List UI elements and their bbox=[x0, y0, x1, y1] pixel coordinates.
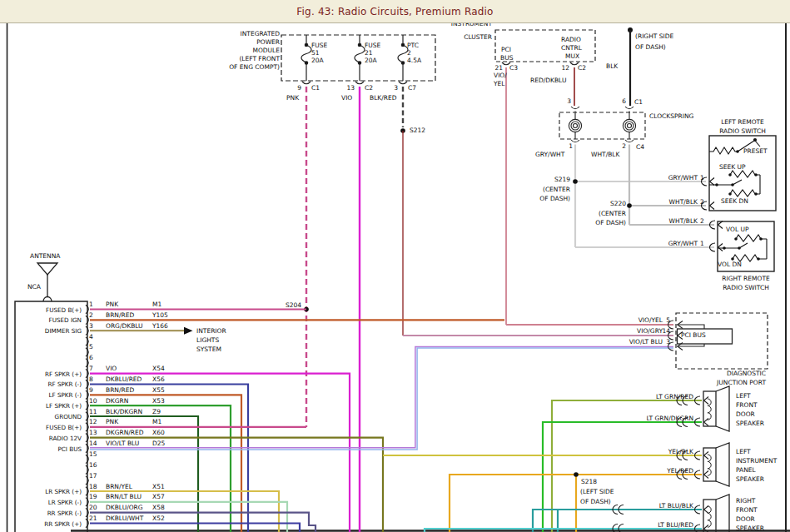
blk-wire-label: BLK bbox=[606, 62, 618, 70]
clockspring-top-pin1: 3 bbox=[561, 97, 571, 105]
lsw-wire1-label: GRY/WHT bbox=[648, 174, 698, 181]
radio-row-label-18: LR SPKR (+) bbox=[12, 488, 82, 495]
radio-row-code-3: Y166 bbox=[152, 322, 168, 330]
radio-pin-number-18: 18 bbox=[89, 483, 97, 490]
radio-row-code-10: X53 bbox=[152, 397, 165, 405]
port-wire3-label: VIO/LT BLU bbox=[614, 338, 663, 346]
clockspring-label: CLOCKSPRING bbox=[649, 112, 693, 120]
rf-door-name4: SPEAKER bbox=[736, 525, 764, 532]
fuse3-amp: 4.5A bbox=[407, 57, 421, 64]
lsw-pin2: 2 bbox=[700, 198, 704, 206]
l-instr-name4: SPEAKER bbox=[736, 475, 764, 483]
rsw-wire1-label: WHT/BLK bbox=[648, 217, 698, 225]
clockspring-wire1: GRY/WHT bbox=[535, 151, 564, 158]
cluster-wire1-line2: YEL bbox=[494, 80, 505, 87]
radio-row-wire-2: BRN/RED bbox=[106, 311, 134, 319]
interior-lights-line3: SYSTEM bbox=[196, 346, 221, 353]
radio-row-code-19: X57 bbox=[152, 493, 165, 500]
antenna-symbol bbox=[37, 263, 57, 301]
radio-row-label-21: RR SPKR (+) bbox=[12, 520, 82, 528]
ipm-label-line4: (LEFT FRONT bbox=[200, 55, 280, 62]
port-pin1: 5 bbox=[662, 316, 670, 324]
ipm-pin2: 13 bbox=[340, 84, 355, 92]
right-switch-title1: RIGHT REMOTE bbox=[711, 275, 781, 282]
ipm-conn1: C1 bbox=[311, 84, 320, 92]
right-switch-title2: RADIO SWITCH bbox=[711, 284, 781, 291]
cluster-mux-line3: MUX bbox=[565, 52, 579, 60]
radio-pin-number-5: 5 bbox=[89, 343, 93, 351]
radio-row-code-20: X58 bbox=[152, 504, 165, 511]
clockspring-top-conn: C1 bbox=[634, 98, 643, 106]
radio-pin-number-2: 2 bbox=[89, 311, 93, 319]
splice-s220-dot bbox=[627, 203, 632, 208]
radio-row-wire-20: DKBLU/ORG bbox=[106, 504, 143, 511]
clockspring-top-pin2: 6 bbox=[616, 97, 626, 105]
lf-door-name2: FRONT bbox=[736, 401, 758, 409]
port-pin2: 14 bbox=[658, 327, 670, 335]
fuse2-name: FUSE bbox=[365, 42, 380, 49]
radio-row-code-1: M1 bbox=[152, 301, 161, 308]
radio-row-wire-11: BLK/DKGRN bbox=[106, 408, 142, 415]
rf-door-name2: FRONT bbox=[736, 506, 758, 514]
ground-loc-line2: OF DASH) bbox=[635, 43, 666, 51]
radio-row-label-9: LF SPKR (-) bbox=[12, 391, 82, 399]
cluster-wire1-line1: VIO/ bbox=[494, 72, 507, 79]
lf-door-speaker-symbol bbox=[695, 386, 730, 431]
radio-row-label-8: RF SPKR (-) bbox=[12, 380, 82, 388]
interior-lights-line1: INTERIOR bbox=[196, 327, 226, 335]
radio-row-code-7: X54 bbox=[152, 365, 165, 372]
radio-pin-number-16: 16 bbox=[89, 461, 97, 469]
radio-row-wire-13: DKGRN/RED bbox=[106, 429, 144, 436]
splice-s218-loc1: (LEFT SIDE bbox=[580, 488, 614, 495]
l-instr-name1: LEFT bbox=[736, 448, 751, 455]
seek-up-label: SEEK UP bbox=[719, 163, 746, 171]
radio-pin-number-10: 10 bbox=[89, 397, 97, 405]
fuse2-num: 21 bbox=[365, 49, 373, 57]
radio-pin-number-14: 14 bbox=[89, 440, 97, 447]
cluster-mux-line2: CNTRL bbox=[561, 44, 582, 52]
radio-pin-number-15: 15 bbox=[89, 450, 97, 458]
cluster-conn2: C2 bbox=[578, 64, 586, 72]
radio-row-wire-21: DKBLU/WHT bbox=[106, 515, 143, 522]
splice-s220-loc2: OF DASH) bbox=[576, 219, 626, 226]
left-switch-title1: LEFT REMOTE bbox=[708, 118, 778, 126]
clockspring-box bbox=[559, 107, 645, 142]
cluster-pin1: 21 bbox=[489, 64, 503, 72]
port-pin3: 3 bbox=[662, 338, 670, 346]
radio-row-label-13: RADIO 12V bbox=[12, 435, 82, 442]
radio-row-code-12: M1 bbox=[152, 418, 161, 425]
radio-row-label-11: GROUND bbox=[12, 413, 82, 420]
radio-row-wire-1: PNK bbox=[106, 301, 118, 308]
rf-door-wire1-label: LT BLU/BLK bbox=[602, 502, 693, 510]
splice-s219-loc1: (CENTER bbox=[520, 186, 570, 193]
lf-door-name4: SPEAKER bbox=[736, 420, 764, 427]
radio-row-label-19: LR SPKR (-) bbox=[12, 499, 82, 506]
radio-row-code-11: Z9 bbox=[152, 408, 161, 415]
splice-s220-label: S220 bbox=[576, 200, 626, 207]
left-switch-title2: RADIO SWITCH bbox=[708, 127, 778, 135]
clockspring-wire2: WHT/BLK bbox=[591, 151, 619, 158]
radio-row-code-18: X51 bbox=[152, 483, 165, 490]
ground-loc-line1: (RIGHT SIDE bbox=[635, 32, 673, 40]
splice-s219-loc2: OF DASH) bbox=[520, 195, 570, 202]
interior-lights-line2: LIGHTS bbox=[196, 336, 219, 344]
fuse1-num: 51 bbox=[311, 49, 320, 57]
radio-pin-number-6: 6 bbox=[89, 354, 93, 361]
ipm-pin3: 3 bbox=[388, 84, 398, 92]
lf-door-name1: LEFT bbox=[736, 392, 751, 400]
ipm-pin1: 9 bbox=[288, 84, 301, 92]
radio-row-label-10: LF SPKR (+) bbox=[12, 402, 82, 410]
radio-row-label-2: FUSED IGN bbox=[12, 316, 82, 324]
radio-pin-number-3: 3 bbox=[89, 322, 93, 330]
radio-row-label-3: DIMMER SIG bbox=[12, 327, 82, 335]
radio-row-code-21: X52 bbox=[152, 515, 165, 522]
radio-pin-number-4: 4 bbox=[89, 333, 93, 341]
rsw-wire2-label: GRY/WHT bbox=[648, 240, 698, 247]
title-bar: Fig. 43: Radio Circuits, Premium Radio bbox=[0, 0, 790, 23]
l-instr-name2: INSTRUMENT bbox=[736, 457, 777, 465]
radio-row-wire-7: VIO bbox=[106, 365, 117, 372]
preset-label: PRESET bbox=[743, 147, 768, 155]
ipm-conn2: C2 bbox=[365, 84, 373, 92]
rsw-pin2: 1 bbox=[700, 240, 704, 247]
radio-pin-number-1: 1 bbox=[89, 301, 93, 308]
